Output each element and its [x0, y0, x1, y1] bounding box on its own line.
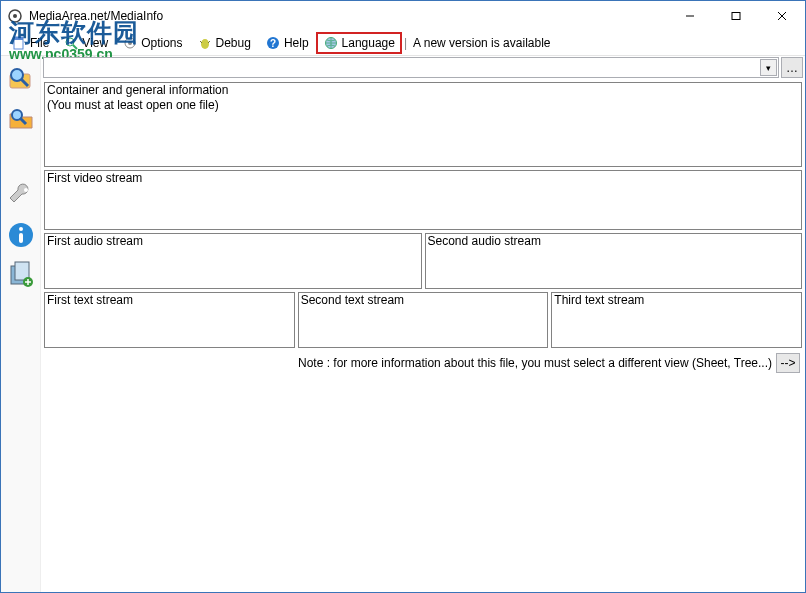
menu-language-label: Language: [342, 36, 395, 50]
svg-point-8: [66, 38, 74, 46]
sidebar-preferences[interactable]: [4, 178, 38, 212]
svg-point-23: [24, 188, 28, 192]
empty-area: [44, 374, 802, 592]
panel-general-line1: Container and general information: [47, 83, 799, 98]
sidebar-export[interactable]: [4, 258, 38, 292]
sidebar-open-folder[interactable]: [4, 102, 38, 136]
sidebar-search-file[interactable]: [4, 62, 38, 96]
info-icon: [6, 220, 36, 250]
titlebar: MediaArea.net/MediaInfo: [1, 1, 805, 31]
menu-view-label: View: [82, 36, 108, 50]
options-icon: [122, 35, 138, 51]
panel-audio-2: Second audio stream: [425, 233, 803, 289]
note-text: Note : for more information about this f…: [298, 356, 772, 370]
note-row: Note : for more information about this f…: [44, 351, 802, 374]
panel-general-line2: (You must at least open one file): [47, 98, 799, 113]
globe-icon: [323, 35, 339, 51]
svg-text:?: ?: [270, 38, 276, 49]
svg-line-9: [73, 45, 77, 49]
app-window: 河东软件园 www.pc0359.cn MediaArea.net/MediaI…: [0, 0, 806, 593]
panel-general: Container and general information (You m…: [44, 82, 802, 167]
panel-text-2-label: Second text stream: [301, 293, 546, 308]
svg-point-11: [128, 41, 132, 45]
menu-language[interactable]: Language: [316, 32, 402, 54]
window-controls: [667, 1, 805, 31]
window-title: MediaArea.net/MediaInfo: [29, 9, 667, 23]
panel-audio-1: First audio stream: [44, 233, 422, 289]
svg-point-1: [13, 14, 17, 18]
panel-video-1-label: First video stream: [47, 171, 799, 186]
menu-options[interactable]: Options: [115, 32, 189, 54]
open-folder-icon: [6, 104, 36, 134]
menu-view[interactable]: View: [56, 32, 115, 54]
browse-button[interactable]: …: [781, 57, 803, 78]
maximize-button[interactable]: [713, 1, 759, 31]
export-icon: [6, 260, 36, 290]
menu-file[interactable]: File: [4, 32, 56, 54]
panel-text-1-label: First text stream: [47, 293, 292, 308]
file-icon: [11, 35, 27, 51]
file-path-bar: ▾ …: [41, 56, 805, 79]
update-notice[interactable]: A new version is available: [413, 36, 550, 50]
debug-icon: [197, 35, 213, 51]
panel-audio-1-label: First audio stream: [47, 234, 419, 249]
file-path-combo[interactable]: ▾: [43, 57, 779, 78]
wrench-icon: [6, 180, 36, 210]
minimize-button[interactable]: [667, 1, 713, 31]
sidebar: [1, 56, 41, 592]
mediainfo-icon: [7, 8, 23, 24]
panel-text-3: Third text stream: [551, 292, 802, 348]
panel-text-3-label: Third text stream: [554, 293, 799, 308]
svg-rect-26: [19, 233, 23, 243]
menu-options-label: Options: [141, 36, 182, 50]
panel-text-1: First text stream: [44, 292, 295, 348]
menu-debug[interactable]: Debug: [190, 32, 258, 54]
menu-file-label: File: [30, 36, 49, 50]
body: ▾ … Container and general information (Y…: [1, 56, 805, 592]
panel-text-2: Second text stream: [298, 292, 549, 348]
info-panels: Container and general information (You m…: [41, 79, 805, 592]
sidebar-about[interactable]: [4, 218, 38, 252]
menu-help-label: Help: [284, 36, 309, 50]
svg-rect-3: [732, 13, 740, 20]
arrow-right-icon: -->: [781, 356, 796, 370]
change-view-button[interactable]: -->: [776, 353, 800, 373]
svg-point-12: [201, 39, 209, 49]
menu-help[interactable]: ? Help: [258, 32, 316, 54]
svg-rect-7: [14, 37, 23, 40]
svg-point-25: [19, 227, 23, 231]
menu-separator: |: [404, 36, 407, 50]
help-icon: ?: [265, 35, 281, 51]
view-icon: [63, 35, 79, 51]
search-folder-icon: [6, 64, 36, 94]
menu-debug-label: Debug: [216, 36, 251, 50]
menubar: File View Options Debug ? Help Language …: [1, 31, 805, 56]
panel-video-1: First video stream: [44, 170, 802, 230]
panel-audio-2-label: Second audio stream: [428, 234, 800, 249]
close-button[interactable]: [759, 1, 805, 31]
main-area: ▾ … Container and general information (Y…: [41, 56, 805, 592]
chevron-down-icon[interactable]: ▾: [760, 59, 777, 76]
